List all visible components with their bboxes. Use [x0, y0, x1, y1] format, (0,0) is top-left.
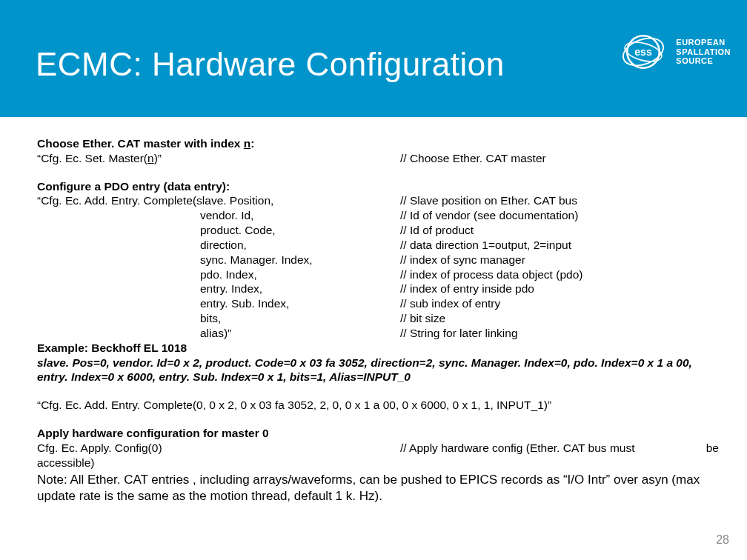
- param-left: entry. Index,: [37, 281, 400, 296]
- n-underline: n: [244, 137, 250, 150]
- section1-heading-prefix: Choose Ether. CAT master with index: [37, 137, 244, 150]
- param-right: // index of process data object (pdo): [400, 267, 719, 282]
- param-left: bits,: [37, 311, 400, 326]
- apply-tail: be: [706, 441, 719, 456]
- param-row: vendor. Id, // Id of vendor (see documen…: [37, 208, 719, 223]
- param-left: alias)”: [37, 326, 400, 341]
- param-right: // bit size: [400, 311, 719, 326]
- section3-heading: Apply hardware configuration for master …: [37, 426, 719, 441]
- param-left: “Cfg. Ec. Add. Entry. Complete(slave. Po…: [37, 193, 400, 208]
- section1-left: “Cfg. Ec. Set. Master(n)”: [37, 151, 400, 166]
- param-left: direction,: [37, 238, 400, 253]
- param-left: entry. Sub. Index,: [37, 296, 400, 311]
- section1-heading: Choose Ether. CAT master with index n:: [37, 136, 719, 151]
- section1-line: “Cfg. Ec. Set. Master(n)” // Choose Ethe…: [37, 151, 719, 166]
- param-row: product. Code, // Id of product: [37, 223, 719, 238]
- example-label: Example: Beckhoff EL 1018: [37, 341, 719, 356]
- param-row: direction, // data direction 1=output, 2…: [37, 238, 719, 253]
- org-line1: EUROPEAN: [676, 38, 725, 47]
- param-right: // index of sync manager: [400, 253, 719, 267]
- slide-content: Choose Ether. CAT master with index n: “…: [37, 136, 719, 504]
- svg-text:ess: ess: [635, 46, 653, 58]
- apply-line2: accessible): [37, 456, 719, 470]
- section2-heading: Configure a PDO entry (data entry):: [37, 179, 719, 194]
- page-title: ECMC: Hardware Configuration: [36, 46, 505, 83]
- header-bar: ECMC: Hardware Configuration ess EUROPEA…: [0, 0, 747, 117]
- param-row: sync. Manager. Index, // index of sync m…: [37, 253, 719, 267]
- example-values: slave. Pos=0, vendor. Id=0 x 2, product.…: [37, 356, 719, 385]
- section1-comment: // Choose Ether. CAT master: [400, 151, 719, 166]
- org-line2: SPALLATION: [676, 47, 731, 56]
- param-row: alias)” // String for later linking: [37, 326, 719, 341]
- param-right: // String for later linking: [400, 326, 719, 341]
- apply-comment: // Apply hardware config (Ether. CAT bus…: [400, 441, 634, 456]
- param-left: sync. Manager. Index,: [37, 253, 400, 267]
- param-row: bits, // bit size: [37, 311, 719, 326]
- note-text: Note: All Ether. CAT entries , including…: [37, 472, 719, 504]
- org-name: EUROPEAN SPALLATION SOURCE: [676, 38, 731, 66]
- page-number: 28: [716, 533, 729, 547]
- setmaster-prefix: “Cfg. Ec. Set. Master(: [37, 152, 147, 164]
- n-arg: n: [147, 152, 154, 164]
- section1-heading-suffix: :: [250, 137, 254, 150]
- param-right: // Id of vendor (see documentation): [400, 208, 719, 223]
- param-right: // Id of product: [400, 223, 719, 238]
- param-right: // sub index of entry: [400, 296, 719, 311]
- param-right: // Slave position on Ether. CAT bus: [400, 193, 719, 208]
- param-row: “Cfg. Ec. Add. Entry. Complete(slave. Po…: [37, 193, 719, 208]
- org-line3: SOURCE: [676, 56, 713, 65]
- param-left: pdo. Index,: [37, 267, 400, 282]
- param-row: pdo. Index, // index of process data obj…: [37, 267, 719, 282]
- param-right: // index of entry inside pdo: [400, 281, 719, 296]
- param-left: product. Code,: [37, 223, 400, 238]
- setmaster-suffix: )”: [154, 152, 162, 164]
- param-left: vendor. Id,: [37, 208, 400, 223]
- example-call: “Cfg. Ec. Add. Entry. Complete(0, 0 x 2,…: [37, 398, 719, 413]
- apply-left: Cfg. Ec. Apply. Config(0): [37, 441, 400, 456]
- ess-logo-icon: ess: [620, 28, 667, 76]
- param-row: entry. Index, // index of entry inside p…: [37, 281, 719, 296]
- param-right: // data direction 1=output, 2=input: [400, 238, 719, 253]
- ess-logo: ess EUROPEAN SPALLATION SOURCE: [620, 28, 731, 76]
- param-row: entry. Sub. Index, // sub index of entry: [37, 296, 719, 311]
- apply-line: Cfg. Ec. Apply. Config(0) // Apply hardw…: [37, 441, 719, 456]
